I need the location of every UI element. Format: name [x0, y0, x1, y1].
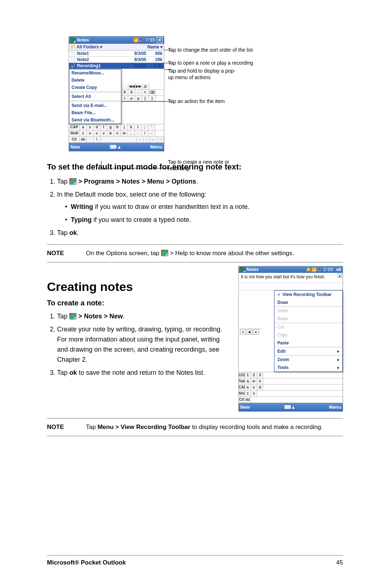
- menu-rename[interactable]: Rename/Move...: [69, 69, 121, 77]
- menu-draw[interactable]: Draw: [274, 299, 342, 306]
- step-2: Create your note by writing, drawing, ty…: [57, 325, 231, 365]
- step-3: Tap ok.: [57, 228, 343, 238]
- bullet-writing: Writing if you want to draw or enter han…: [65, 202, 343, 212]
- note-text: On the Options screen, tap > Help to kno…: [86, 249, 294, 258]
- screenshot-note-editor: Notes 🔔 📶 🔈 2:06 ok It is not how you st…: [238, 266, 343, 412]
- context-menu: Rename/Move... Delete Create Copy Select…: [69, 69, 121, 124]
- callout-action: Tap an action for the item: [168, 98, 225, 105]
- list-item-selected[interactable]: 🔊 Recording1 9/3/05 1.7s: [69, 63, 164, 69]
- alarm-icon: 🔔: [306, 267, 311, 272]
- note-box-1: NOTE On the Options screen, tap > Help t…: [47, 244, 343, 262]
- folder-sort-bar: 📁All Folders ▾ Name ▾: [69, 44, 164, 51]
- list-item[interactable]: 📄 Note2 9/3/05 29k: [69, 57, 164, 63]
- note-label: NOTE: [47, 423, 76, 432]
- menu-copy: Copy: [274, 331, 342, 339]
- menu-select-all[interactable]: Select All: [69, 92, 121, 100]
- menu-paste[interactable]: Paste: [274, 339, 342, 347]
- note-label: NOTE: [47, 249, 76, 258]
- note-textarea[interactable]: It is not how you start but it's how you…: [239, 273, 343, 283]
- step-1: Tap > Programs > Notes > Menu > Options.: [57, 177, 343, 187]
- chevron-right-icon: ▸: [337, 365, 339, 370]
- note-icon: 📄: [70, 51, 75, 56]
- menu-delete[interactable]: Delete: [69, 77, 121, 84]
- figure-1: Notes 📶 🔈 7:55 ✕ 📁All Folders ▾ Name ▾ 📄…: [47, 36, 343, 151]
- callout-line: [122, 101, 172, 102]
- folder-icon: 📁: [70, 44, 76, 50]
- title-bar: Notes 🔔 📶 🔈 2:06 ok: [239, 266, 343, 273]
- stop-button[interactable]: ■: [247, 330, 252, 335]
- callout-open: Tap to open a note or play a recording: [168, 60, 253, 66]
- title-bar: Notes 📶 🔈 7:55 ✕: [69, 37, 164, 44]
- volume-icon: 🔈: [139, 38, 144, 43]
- softkey-menu[interactable]: Menu: [150, 144, 162, 150]
- volume-icon: 🔈: [317, 267, 322, 272]
- sip-icon[interactable]: ⌨ ▴: [250, 404, 329, 410]
- clock: 2:06: [324, 267, 333, 272]
- check-icon: ✓: [277, 292, 281, 297]
- start-icon[interactable]: [70, 38, 75, 43]
- editor-menu: ✓View Recording Toolbar Draw Undo Redo C…: [274, 290, 343, 372]
- note-icon: 📄: [70, 57, 75, 62]
- steps-create-note: Tap > Notes > New. Create your note by w…: [47, 312, 231, 378]
- screenshot-notes-list: Notes 📶 🔈 7:55 ✕ 📁All Folders ▾ Name ▾ 📄…: [69, 36, 164, 151]
- sort-dropdown[interactable]: Name ▾: [147, 44, 162, 50]
- callout-line: [101, 161, 101, 168]
- softkey-menu[interactable]: Menu: [329, 404, 341, 410]
- chevron-right-icon: ▸: [337, 357, 339, 362]
- callout-sort: Tap to change the sort order of the list: [168, 47, 253, 53]
- callout-new: Tap to create a new note or recording: [168, 159, 247, 172]
- recording-icon: 🔊: [70, 63, 75, 68]
- all-folders-dropdown[interactable]: 📁All Folders ▾: [70, 44, 102, 50]
- softkey-bar: New ⌨ ▴ Menu: [69, 143, 164, 151]
- app-title: Notes: [77, 38, 89, 43]
- keyboard[interactable]: CAPasdfghjkl;' Shiftzxcvbnm,./← Ctláü`\↓…: [69, 124, 164, 143]
- playback-row: ◀◀▶▶🔊: [121, 83, 164, 90]
- start-icon: [69, 313, 77, 319]
- play-button[interactable]: ▸: [253, 330, 259, 335]
- start-icon: [161, 250, 168, 256]
- close-icon[interactable]: ✕: [157, 37, 162, 43]
- keyboard[interactable]: 123123 Tabqwe CAPasd Shiftzx Ctláü: [239, 372, 343, 403]
- menu-view-recording-toolbar[interactable]: ✓View Recording Toolbar: [274, 291, 342, 299]
- menu-zoom[interactable]: Zoom▸: [274, 355, 342, 364]
- signal-icon: 📶: [133, 38, 139, 43]
- steps-input-mode: Tap > Programs > Notes > Menu > Options.…: [47, 177, 343, 238]
- start-icon[interactable]: [240, 267, 245, 272]
- step-3: Tap ok to save the note and return to th…: [57, 368, 231, 378]
- ok-button[interactable]: ok: [336, 267, 341, 272]
- menu-redo: Redo: [274, 315, 342, 323]
- chevron-right-icon: ▸: [337, 349, 339, 354]
- softkey-new[interactable]: New: [70, 144, 80, 150]
- menu-beam[interactable]: Beam File...: [69, 109, 121, 116]
- scroll-up-icon[interactable]: ▲: [338, 274, 342, 278]
- callout-hold: Tap and hold to display a pop-up menu of…: [168, 68, 240, 81]
- menu-create-copy[interactable]: Create Copy: [69, 84, 121, 91]
- note-box-2: NOTE Tap Menu > View Recording Toolbar t…: [47, 418, 343, 436]
- page-footer: Microsoft® Pocket Outlook 45: [47, 555, 343, 566]
- signal-icon: 📶: [311, 267, 317, 272]
- step-1: Tap > Notes > New.: [57, 312, 231, 322]
- record-button[interactable]: ●: [240, 330, 246, 335]
- softkey-new[interactable]: New: [240, 404, 250, 410]
- menu-undo: Undo: [274, 306, 342, 315]
- menu-send-email[interactable]: Send via E-mail...: [69, 101, 121, 109]
- menu-cut: Cut: [274, 323, 342, 331]
- menu-tools[interactable]: Tools▸: [274, 364, 342, 372]
- list-item[interactable]: 📄 Note1 9/3/05 80k: [69, 51, 164, 57]
- softkey-bar: New ⌨ ▴ Menu: [239, 403, 343, 411]
- step-2: In the Default mode box, select one of t…: [57, 190, 343, 225]
- note-text: Tap Menu > View Recording Toolbar to dis…: [86, 423, 323, 432]
- recording-toolbar: ● ■ ▸: [239, 329, 261, 335]
- footer-title: Microsoft® Pocket Outlook: [47, 559, 126, 566]
- menu-edit[interactable]: Edit▸: [274, 347, 342, 355]
- bullet-typing: Typing if you want to create a typed not…: [65, 215, 343, 225]
- subheading-create-note: To create a note:: [47, 299, 231, 307]
- app-title: Notes: [247, 267, 259, 272]
- clock: 7:55: [146, 38, 155, 43]
- menu-bluetooth[interactable]: Send via Bluetooth...: [69, 116, 121, 124]
- sip-icon[interactable]: ⌨ ▴: [80, 144, 150, 150]
- page-number: 45: [336, 559, 343, 566]
- start-icon: [69, 178, 77, 185]
- kb-row: 90-=⌫: [121, 90, 164, 96]
- heading-creating-notes: Creating notes: [47, 280, 231, 294]
